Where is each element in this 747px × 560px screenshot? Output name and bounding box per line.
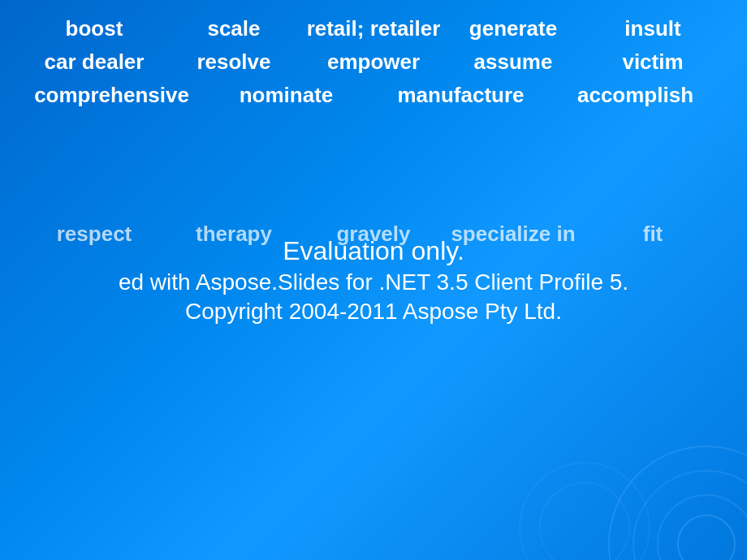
word-manufacture: manufacture (374, 83, 548, 108)
svg-point-0 (609, 446, 747, 560)
svg-point-2 (658, 495, 747, 560)
word-generate: generate (443, 16, 583, 41)
word-comprehensive: comprehensive (24, 83, 199, 108)
word-resolve: resolve (164, 50, 304, 75)
word-scale: scale (164, 16, 304, 41)
watermark-line2: ed with Aspose.Slides for .NET 3.5 Clien… (89, 269, 658, 295)
word-retail: retail; retailer (304, 16, 443, 41)
word-insult: insult (583, 16, 723, 41)
word-grid: boost scale retail; retailer generate in… (0, 0, 747, 271)
watermark: Evaluation only. ed with Aspose.Slides f… (89, 236, 658, 325)
watermark-line3: Copyright 2004-2011 Aspose Pty Ltd. (89, 299, 658, 325)
word-empower: empower (304, 50, 443, 75)
word-row-3: comprehensive nominate manufacture accom… (24, 83, 723, 108)
word-accomplish: accomplish (548, 83, 723, 108)
word-assume: assume (443, 50, 583, 75)
svg-point-1 (633, 471, 747, 560)
svg-point-5 (540, 483, 629, 560)
word-victim: victim (583, 50, 723, 75)
svg-point-3 (678, 515, 735, 560)
watermark-line1: Evaluation only. (89, 236, 658, 266)
word-nominate: nominate (199, 83, 374, 108)
word-row-1: boost scale retail; retailer generate in… (24, 16, 723, 41)
word-boost: boost (24, 16, 164, 41)
svg-point-4 (520, 463, 650, 560)
word-row-2: car dealer resolve empower assume victim (24, 50, 723, 75)
word-car-dealer: car dealer (24, 50, 164, 75)
